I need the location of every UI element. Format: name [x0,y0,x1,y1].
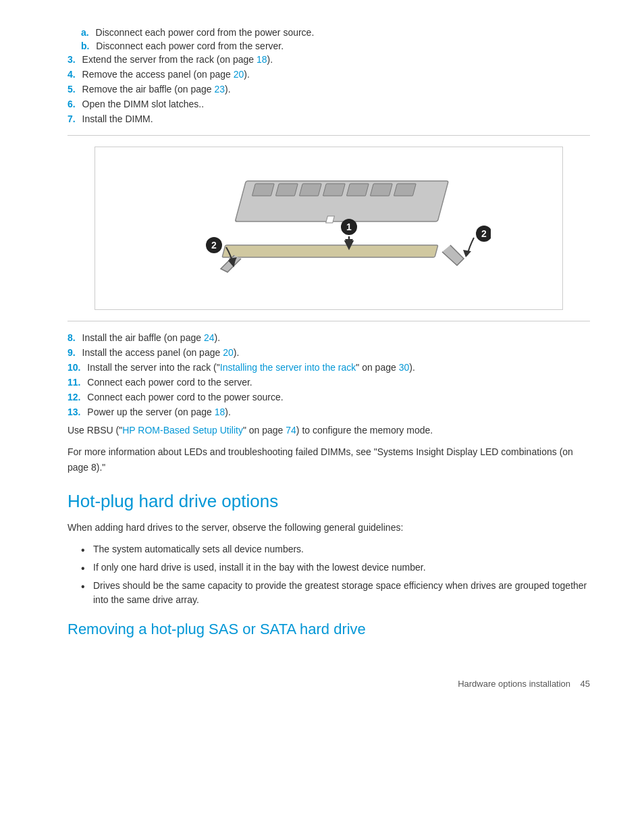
section1-heading: Hot-plug hard drive options [68,491,590,512]
step-7-number: 7. [68,113,76,124]
step-6-text: Open the DIMM slot latches.. [82,99,205,109]
bullet-1-text: The system automatically sets all device… [93,544,304,554]
step-5-link[interactable]: 23 [214,84,225,95]
step-10-text: Install the server into the rack ("Insta… [87,362,414,373]
bullet-3: Drives should be the same capacity to pr… [81,579,590,607]
svg-text:1: 1 [346,221,352,232]
dimm-diagram: 1 2 2 [95,147,563,310]
sub-steps-list: a. Disconnect each power cord from the p… [81,27,590,51]
svg-rect-1 [252,184,274,196]
step-10: 10. Install the server into the rack ("I… [68,362,590,373]
bullet-1: The system automatically sets all device… [81,542,590,556]
sub-step-b-text: Disconnect each power cord from the serv… [96,41,284,51]
step-12: 12. Connect each power cord to the power… [68,392,590,402]
bullet-2: If only one hard drive is used, install … [81,561,590,575]
bottom-divider [68,321,590,321]
step-13-text: Power up the server (on page 18). [87,407,230,417]
page-footer: Hardware options installation 45 [54,679,590,689]
steps-list: 3. Extend the server from the rack (on p… [68,54,590,124]
step-3-link[interactable]: 18 [257,54,267,65]
step-3-number: 3. [68,54,76,65]
step-6: 6. Open the DIMM slot latches.. [68,99,590,109]
step-9-link[interactable]: 20 [223,347,234,358]
step-8: 8. Install the air baffle (on page 24). [68,332,590,343]
step-9-text: Install the access panel (on page 20). [82,347,240,358]
rbsu-paragraph: Use RBSU ("HP ROM-Based Setup Utility" o… [68,423,590,438]
footer-text: Hardware options installation [458,679,570,689]
step-4-number: 4. [68,69,76,80]
step-7-text: Install the DIMM. [82,113,153,124]
step-11-text: Connect each power cord to the server. [87,377,252,388]
bullet-2-text: If only one hard drive is used, install … [93,562,426,573]
step-11: 11. Connect each power cord to the serve… [68,377,590,388]
step-3-text: Extend the server from the rack (on page… [82,54,273,65]
step-5: 5. Remove the air baffle (on page 23). [68,84,590,95]
step-3: 3. Extend the server from the rack (on p… [68,54,590,65]
step-8-link[interactable]: 24 [204,332,215,343]
step-8-text: Install the air baffle (on page 24). [82,332,220,343]
svg-rect-3 [299,184,321,196]
rbsu-page-link[interactable]: 74 [286,425,296,436]
svg-rect-7 [394,184,416,196]
svg-text:2: 2 [211,240,217,251]
step-12-text: Connect each power cord to the power sou… [87,392,283,402]
sub-letter-a: a. [81,27,89,38]
sub-letter-b: b. [81,41,89,51]
step-4-link[interactable]: 20 [234,69,244,80]
section2-heading: Removing a hot-plug SAS or SATA hard dri… [68,621,590,638]
step-11-number: 11. [68,377,80,388]
svg-rect-2 [275,184,298,196]
step-10-page[interactable]: 30 [399,362,410,373]
svg-rect-5 [346,184,369,196]
step-10-link[interactable]: Installing the server into the rack [220,362,356,373]
step-12-number: 12. [68,392,80,402]
dimm-svg: 1 2 2 [167,161,491,296]
sub-step-a-text: Disconnect each power cord from the powe… [96,27,315,38]
step-5-text: Remove the air baffle (on page 23). [82,84,231,95]
section1-bullets: The system automatically sets all device… [81,542,590,607]
top-divider [68,135,590,136]
sub-step-a: a. Disconnect each power cord from the p… [81,27,590,38]
svg-rect-9 [222,245,438,257]
step-9-number: 9. [68,347,76,358]
sub-step-b: b. Disconnect each power cord from the s… [81,41,590,51]
svg-rect-6 [370,184,392,196]
step-13-link[interactable]: 18 [215,407,225,417]
section1-intro: When adding hard drives to the server, o… [68,520,590,535]
bullet-3-text: Drives should be the same capacity to pr… [93,580,587,605]
step-5-number: 5. [68,84,76,95]
step-8-number: 8. [68,332,76,343]
footer-page: 45 [581,679,590,689]
svg-text:2: 2 [481,228,487,239]
step-6-number: 6. [68,99,76,109]
svg-marker-19 [463,250,471,257]
steps-list-2: 8. Install the air baffle (on page 24). … [68,332,590,417]
step-4-text: Remove the access panel (on page 20). [82,69,250,80]
step-4: 4. Remove the access panel (on page 20). [68,69,590,80]
rbsu-link[interactable]: HP ROM-Based Setup Utility [122,425,243,436]
step-10-number: 10. [68,362,80,373]
step-13: 13. Power up the server (on page 18). [68,407,590,417]
step-13-number: 13. [68,407,80,417]
step-9: 9. Install the access panel (on page 20)… [68,347,590,358]
step-7: 7. Install the DIMM. [68,113,590,124]
led-paragraph: For more information about LEDs and trou… [68,444,590,475]
svg-rect-8 [326,216,335,223]
svg-rect-4 [323,184,345,196]
